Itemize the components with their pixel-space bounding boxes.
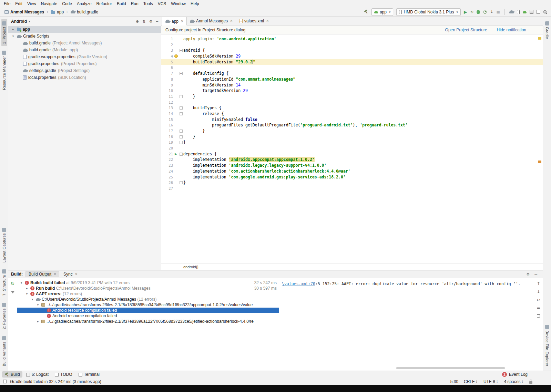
code-line[interactable]: 3−android { <box>161 48 543 53</box>
project-tree-item-app[interactable]: ▸app <box>8 26 161 33</box>
logcat-icon[interactable] <box>530 10 533 14</box>
code-line[interactable]: 1apply plugin: 'com.android.application' <box>161 36 543 42</box>
editor-tab-app[interactable]: app× <box>162 17 187 25</box>
fold-end-icon[interactable] <box>180 130 183 133</box>
readonly-lock-icon[interactable] <box>529 381 532 384</box>
fold-collapse-icon[interactable]: − <box>180 49 183 52</box>
close-tab-icon[interactable]: × <box>54 272 56 277</box>
search-icon[interactable] <box>543 10 547 13</box>
console-file-link[interactable]: \values.xml:70 <box>282 281 315 286</box>
build-tab-build-output[interactable]: Build Output× <box>25 271 59 277</box>
line-separator-widget[interactable]: CRLF↕ <box>464 379 478 384</box>
code-line[interactable]: 14− release { <box>161 111 543 117</box>
code-line[interactable]: 11 } <box>161 94 543 100</box>
project-tree-item-gradle-properties[interactable]: gradle.properties (Project Properties) <box>8 60 161 67</box>
intention-bulb-icon[interactable] <box>174 54 178 58</box>
code-line[interactable]: 21▶−dependencies { <box>161 151 543 157</box>
tree-expanded-arrow-icon[interactable]: ▾ <box>30 298 34 301</box>
stop-icon[interactable]: ■ <box>497 10 500 14</box>
menu-file[interactable]: File <box>1 1 13 7</box>
code-line[interactable]: 13− buildTypes { <box>161 105 543 111</box>
code-line[interactable]: 18 } <box>161 134 543 140</box>
tree-expanded-arrow-icon[interactable]: ▾ <box>19 281 23 285</box>
profile-icon[interactable] <box>483 10 487 14</box>
close-tab-icon[interactable]: × <box>181 19 183 24</box>
toolwindow-button-build[interactable]: Build <box>2 371 22 378</box>
breadcrumb-item-build-gradle[interactable]: build.gradle <box>70 9 99 15</box>
code-line[interactable]: 19} <box>161 140 543 145</box>
code-line[interactable]: 4 compileSdkVersion 29 <box>161 53 543 59</box>
build-tab-sync[interactable]: Sync× <box>61 271 80 277</box>
menu-help[interactable]: Help <box>188 1 202 7</box>
project-tree-item-local-properties[interactable]: local.properties (SDK Location) <box>8 74 161 81</box>
layout-inspector-icon[interactable] <box>537 10 540 14</box>
tree-expanded-arrow-icon[interactable]: ▾ <box>25 292 29 296</box>
menu-run[interactable]: Run <box>129 1 141 7</box>
build-tree-item[interactable]: Android resource compilation failed <box>17 313 279 319</box>
fold-collapse-icon[interactable]: − <box>180 72 183 75</box>
apply-changes-icon[interactable]: ↻ <box>470 10 473 14</box>
code-line[interactable]: 20 <box>161 145 543 151</box>
code-line[interactable]: 10 targetSdkVersion 29 <box>161 88 543 94</box>
close-tab-icon[interactable]: × <box>230 19 233 23</box>
next-occurrence-icon[interactable]: ↓ <box>537 289 540 294</box>
tool-stripe-build-variants[interactable]: Build Variants <box>1 334 7 369</box>
restart-build-icon[interactable]: ↻ <box>11 281 14 286</box>
project-tree-item-build-gradle[interactable]: build.gradle (Module: app) <box>8 47 161 53</box>
menu-code[interactable]: Code <box>60 1 74 7</box>
code-line[interactable]: 26} <box>161 180 543 186</box>
code-line[interactable]: 16 proguardFiles getDefaultProguardFile(… <box>161 122 543 128</box>
caret-position-widget[interactable]: 5:30 <box>450 379 458 384</box>
toolwindow-button-todo[interactable]: TODO <box>52 371 74 378</box>
code-line[interactable]: 23 implementation 'androidx.legacy:legac… <box>161 163 543 168</box>
debug-icon[interactable] <box>477 10 480 14</box>
settings-gear-icon[interactable]: ⚙ <box>149 19 153 24</box>
event-log-button[interactable]: 2 Event Log <box>502 372 528 377</box>
run-line-icon[interactable]: ▶ <box>175 151 177 157</box>
editor-tab-anmol-messages[interactable]: Anmol Messages× <box>187 17 236 25</box>
scroll-to-end-icon[interactable]: ≡ <box>537 306 540 311</box>
tool-stripe-7-structure[interactable]: 7: Structure <box>1 267 7 298</box>
menu-refactor[interactable]: Refactor <box>94 1 114 7</box>
hide-notification-link[interactable]: Hide notification <box>497 28 526 32</box>
device-select[interactable]: HMD Global Nokia 3.1 Plus▾ <box>396 8 461 16</box>
tool-stripe-2-favorites[interactable]: 2: Favorites <box>1 300 7 332</box>
menu-window[interactable]: Window <box>169 1 188 7</box>
status-message[interactable]: Gradle build failed in 32 s 242 ms (3 mi… <box>10 379 101 384</box>
project-tree-item-gradle-scripts[interactable]: ▾Gradle Scripts <box>8 33 161 40</box>
tool-stripe-device-file-explorer[interactable]: Device File Explorer <box>544 322 550 369</box>
fold-collapse-icon[interactable]: − <box>180 106 183 110</box>
breadcrumb-item-app[interactable]: app <box>50 9 65 15</box>
clear-all-icon[interactable] <box>537 314 540 318</box>
breadcrumb-item-anmol-messages[interactable]: Anmol Messages <box>3 9 45 15</box>
tree-collapsed-arrow-icon[interactable]: ▸ <box>11 28 15 31</box>
menu-view[interactable]: View <box>25 1 39 7</box>
open-project-structure-link[interactable]: Open Project Structure <box>445 28 487 32</box>
error-stripe-inspection-indicator[interactable] <box>538 37 541 40</box>
avd-manager-icon[interactable] <box>517 10 520 14</box>
settings-gear-icon[interactable]: ⚙ <box>526 272 530 277</box>
close-tab-icon[interactable]: × <box>75 272 78 277</box>
code-line[interactable]: 5 buildToolsVersion "29.0.2" <box>161 59 543 65</box>
build-console[interactable]: \values.xml:70:5-152:25: AAPT: error: du… <box>279 278 534 371</box>
console-horizontal-scrollbar[interactable] <box>396 367 505 369</box>
fold-end-icon[interactable] <box>180 141 183 144</box>
tool-stripe-gradle[interactable]: Gradle <box>544 19 550 41</box>
build-tree-item[interactable]: ▾C:/Users/Devoroid/StudioProjects/Anmol … <box>17 297 279 302</box>
locate-icon[interactable]: ⊕ <box>136 19 139 24</box>
hide-panel-icon[interactable]: ─ <box>156 19 158 24</box>
project-tree-item-gradle-wrapper-properties[interactable]: gradle-wrapper.properties (Gradle Versio… <box>8 53 161 60</box>
project-tree-item-build-gradle[interactable]: build.gradle (Project: Anmol Messages) <box>8 40 161 47</box>
tree-expanded-arrow-icon[interactable]: ▾ <box>36 303 40 307</box>
build-tree-item[interactable]: ▸../../.gradle/caches/transforms-2/files… <box>17 319 279 324</box>
tool-window-switcher-icon[interactable] <box>3 380 7 383</box>
hide-panel-icon[interactable]: ─ <box>534 272 537 277</box>
menu-vcs[interactable]: VCS <box>155 1 169 7</box>
run-configuration-select[interactable]: app▾ <box>371 8 394 16</box>
sdk-manager-icon[interactable] <box>523 11 527 13</box>
tree-collapsed-arrow-icon[interactable]: ▸ <box>25 287 29 290</box>
code-line[interactable]: 27 <box>161 186 543 192</box>
fold-end-icon[interactable] <box>180 95 183 98</box>
tool-stripe-resource-manager[interactable]: Resource Manager <box>1 48 7 92</box>
build-tree-item[interactable]: ▾../../.gradle/caches/transforms-2/files… <box>17 302 279 308</box>
